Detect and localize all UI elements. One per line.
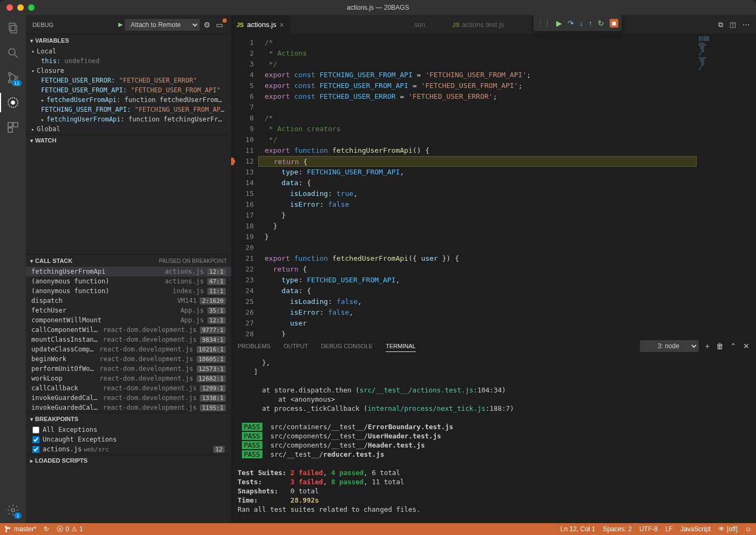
encoding[interactable]: UTF-8 (639, 525, 658, 533)
search-icon[interactable] (5, 45, 21, 60)
breakpoint-checkbox[interactable] (32, 426, 39, 434)
minimize-window-button[interactable] (17, 4, 24, 11)
stack-frame[interactable]: invokeGuardedCallbackDevreact-dom.develo… (26, 393, 231, 403)
stop-button[interactable]: ■ (610, 19, 618, 28)
explorer-icon[interactable] (5, 21, 21, 36)
kill-terminal-icon[interactable]: 🗑 (716, 342, 724, 350)
extensions-icon[interactable] (5, 120, 21, 135)
breakpoint-row[interactable]: actions.jsweb/src12 (26, 444, 231, 454)
more-actions-icon[interactable]: ⋯ (742, 21, 750, 29)
debug-settings-icon[interactable]: ⚙ (202, 21, 212, 29)
debug-toolbar[interactable]: ⋮⋮ ▶ ↷ ↓ ↑ ↻ ■ (534, 15, 622, 31)
line-gutter[interactable]: 1234567891011121314151617181920212223242… (231, 34, 258, 337)
stack-frame[interactable]: updateClassComponentreact-dom.developmen… (26, 344, 231, 354)
debug-icon[interactable] (5, 95, 21, 110)
variable-item[interactable]: ▸fetchingUserFromApi: function fetchingU… (26, 114, 231, 124)
panel-tab-problems[interactable]: PROBLEMS (238, 341, 271, 351)
indentation[interactable]: Spaces: 2 (603, 525, 632, 533)
compare-changes-icon[interactable]: ⧉ (718, 21, 723, 29)
code-editor[interactable]: 1234567891011121314151617181920212223242… (231, 34, 756, 337)
problems-status[interactable]: ⓧ0 ⚠1 (57, 525, 83, 534)
error-count: 0 (65, 525, 69, 533)
step-into-button[interactable]: ↓ (579, 19, 583, 28)
split-editor-icon[interactable]: ◫ (730, 21, 736, 29)
variable-item[interactable]: ▸fetchedUserFromApi: function fetchedUse… (26, 95, 231, 105)
variable-item[interactable]: FETCHED_USER_ERROR: "FETCHED_USER_ERROR" (26, 76, 231, 85)
new-terminal-icon[interactable]: + (705, 342, 710, 350)
panel-tab-output[interactable]: OUTPUT (284, 341, 308, 351)
maximize-window-button[interactable] (28, 4, 35, 11)
stack-frame[interactable]: beginWorkreact-dom.development.js10605:1 (26, 354, 231, 364)
source-control-icon[interactable]: 11 (5, 70, 21, 85)
settings-gear-icon[interactable]: 1 (5, 503, 21, 518)
loaded-scripts-title: LOADED SCRIPTS (35, 457, 87, 464)
settings-badge: 1 (14, 512, 22, 519)
watch-header[interactable]: ▾WATCH (26, 134, 231, 146)
loaded-scripts-header[interactable]: ▸LOADED SCRIPTS (26, 455, 231, 466)
language-mode[interactable]: JavaScript (680, 525, 711, 533)
sync-button[interactable]: ↻ (44, 525, 49, 533)
toolbar-grip-icon[interactable]: ⋮⋮ (537, 19, 551, 28)
stack-frame[interactable]: (anonymous function)actions.js47:1 (26, 276, 231, 286)
minimap[interactable]: ████ ██ ████████████ ██ ████████████ ██ … (697, 34, 756, 337)
stack-frame[interactable]: componentWillMountApp.js12:1 (26, 315, 231, 325)
close-panel-icon[interactable]: ✕ (743, 342, 750, 350)
debug-console-icon[interactable]: ▭ (214, 21, 225, 29)
watch-body[interactable] (26, 146, 231, 254)
breakpoint-row[interactable]: All Exceptions (26, 425, 231, 435)
close-window-button[interactable] (6, 4, 13, 11)
maximize-panel-icon[interactable]: ⌃ (730, 342, 737, 350)
start-debug-button[interactable]: ▶ (118, 21, 123, 28)
variable-item[interactable]: FETCHED_USER_FROM_API: "FETCHED_USER_FRO… (26, 85, 231, 95)
tab-hidden-json[interactable]: son (409, 15, 431, 34)
panel-tab-debug-console[interactable]: DEBUG CONSOLE (321, 341, 373, 351)
variable-scope[interactable]: ▾Local (26, 46, 231, 56)
breakpoint-checkbox[interactable] (32, 446, 39, 453)
panel-tab-terminal[interactable]: TERMINAL (386, 341, 416, 352)
stack-frame[interactable]: (anonymous function)index.js11:1 (26, 286, 231, 296)
panel-tabs: PROBLEMS OUTPUT DEBUG CONSOLE TERMINAL 3… (231, 337, 756, 355)
svg-point-5 (9, 80, 11, 83)
cursor-position[interactable]: Ln 12, Col 1 (561, 525, 596, 533)
watch-title: WATCH (35, 137, 57, 144)
debug-config-select[interactable]: Attach to Remote (125, 19, 200, 31)
continue-button[interactable]: ▶ (556, 19, 562, 28)
terminal-select[interactable]: 3: node (640, 340, 699, 352)
step-out-button[interactable]: ↑ (589, 19, 592, 28)
step-over-button[interactable]: ↷ (568, 19, 574, 28)
terminal-output[interactable]: }, ] at store.dispatch.then (src/__test_… (231, 355, 756, 523)
eol[interactable]: LF (665, 525, 673, 533)
stack-frame[interactable]: mountClassInstancereact-dom.development.… (26, 335, 231, 344)
callstack-section: ▾CALL STACK PAUSED ON BREAKPOINT fetchin… (26, 254, 231, 412)
breakpoints-header[interactable]: ▾BREAKPOINTS (26, 413, 231, 425)
breakpoint-row[interactable]: Uncaught Exceptions (26, 435, 231, 444)
code-content[interactable]: /* * Actions */export const FETCHING_USE… (258, 34, 697, 337)
svg-line-3 (15, 55, 18, 58)
variable-scope[interactable]: ▸Global (26, 124, 231, 134)
close-tab-icon[interactable]: × (280, 21, 284, 29)
variable-scope[interactable]: ▾Closure (26, 66, 231, 76)
stack-frame[interactable]: fetchingUserFromApiactions.js12:1 (26, 267, 231, 276)
stack-frame[interactable]: callComponentWillMountreact-dom.developm… (26, 325, 231, 335)
tab-actions-test-js[interactable]: JS actions.test.js (447, 15, 510, 34)
bottom-panel: PROBLEMS OUTPUT DEBUG CONSOLE TERMINAL 3… (231, 337, 756, 523)
tab-actions-js[interactable]: JS actions.js × (231, 15, 290, 34)
feedback-icon[interactable]: ☺ (745, 525, 752, 533)
editor-tabs: ⋮⋮ ▶ ↷ ↓ ↑ ↻ ■ JS actions.js × son (231, 15, 756, 34)
variable-item[interactable]: this: undefined (26, 56, 231, 66)
restart-button[interactable]: ↻ (598, 19, 604, 28)
stack-frame[interactable]: dispatchVM1412:1620 (26, 296, 231, 306)
variable-item[interactable]: FETCHING_USER_FROM_API: "FETCHING_USER_F… (26, 105, 231, 114)
variables-header[interactable]: ▾VARIABLES (26, 35, 231, 46)
git-branch[interactable]: master* (4, 525, 36, 533)
callstack-header[interactable]: ▾CALL STACK PAUSED ON BREAKPOINT (26, 255, 231, 267)
status-bar: master* ↻ ⓧ0 ⚠1 Ln 12, Col 1 Spaces: 2 U… (0, 523, 756, 535)
stack-frame[interactable]: invokeGuardedCallbackreact-dom.developme… (26, 403, 231, 412)
stack-frame[interactable]: fetchUserApp.js35:1 (26, 306, 231, 315)
stack-frame[interactable]: performUnitOfWorkreact-dom.development.j… (26, 364, 231, 374)
stack-frame[interactable]: callCallbackreact-dom.development.js1299… (26, 383, 231, 393)
live-share[interactable]: 👁 [off] (718, 525, 738, 533)
breakpoint-checkbox[interactable] (32, 436, 39, 443)
variables-section: ▾VARIABLES ▾Localthis: undefined▾Closure… (26, 34, 231, 134)
stack-frame[interactable]: workLoopreact-dom.development.js12682:1 (26, 374, 231, 383)
